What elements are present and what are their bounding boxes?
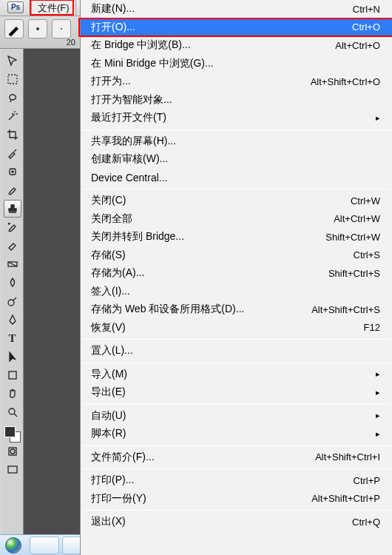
svg-rect-4 [9, 371, 16, 379]
menu-item[interactable]: 存储为(A)...Shift+Ctrl+S [81, 264, 392, 283]
menu-item[interactable]: 文件简介(F)...Alt+Shift+Ctrl+I [81, 448, 392, 467]
menu-item[interactable]: 打印(P)...Ctrl+P [81, 471, 392, 490]
menu-item[interactable]: 自动(U) [81, 407, 392, 426]
brush-size-value: 20 [67, 38, 75, 47]
menu-item-label: 存储为(A)... [91, 266, 328, 280]
menu-item[interactable]: 创建新审核(W)... [81, 150, 392, 169]
menu-item-label: 打印一份(Y) [91, 492, 311, 505]
menu-item-label: 最近打开文件(T) [91, 111, 370, 124]
menu-item-accel: Ctrl+S [354, 249, 380, 260]
tool-gradient[interactable] [4, 255, 21, 273]
brush-settings[interactable] [52, 19, 71, 38]
menu-item-label: 新建(N)... [91, 2, 353, 16]
menu-item-label: 打开(O)... [91, 21, 352, 34]
tool-stamp[interactable] [4, 200, 21, 218]
menu-item[interactable]: 导入(M) [81, 366, 392, 384]
menu-item-accel: Ctrl+P [354, 475, 380, 486]
menu-item[interactable]: 在 Mini Bridge 中浏览(G)... [81, 55, 392, 73]
menu-separator [82, 130, 391, 130]
menu-item-label: 签入(I)... [91, 285, 380, 298]
tool-history-brush[interactable] [4, 218, 21, 236]
menu-item[interactable]: 存储为 Web 和设备所用格式(D)...Alt+Shift+Ctrl+S [81, 300, 392, 319]
tool-shape[interactable] [4, 366, 21, 384]
menu-item-label: 关闭全部 [91, 212, 334, 226]
menu-item-accel: Alt+Shift+Ctrl+I [315, 451, 380, 462]
tool-pen[interactable] [4, 311, 21, 329]
menu-item[interactable]: 导出(E) [81, 383, 392, 402]
menu-item[interactable]: 打印一份(Y)Alt+Shift+Ctrl+P [81, 490, 392, 508]
tool-healing[interactable] [4, 163, 21, 181]
screen-mode-icon[interactable] [4, 461, 21, 479]
svg-point-5 [9, 408, 15, 414]
menu-separator [82, 510, 391, 511]
menu-item[interactable]: 退出(X)Ctrl+Q [81, 513, 392, 531]
menu-item[interactable]: 打开(O)...Ctrl+O [81, 18, 392, 37]
tool-move[interactable] [4, 52, 21, 70]
menu-separator [82, 468, 391, 469]
menu-item-label: 在 Bridge 中浏览(B)... [91, 38, 335, 52]
menu-item[interactable]: 共享我的屏幕(H)... [81, 132, 392, 151]
menu-item-label: 关闭并转到 Bridge... [91, 230, 325, 243]
menu-separator [82, 445, 391, 446]
taskbar-item[interactable] [30, 536, 59, 554]
menu-separator [82, 189, 391, 189]
menu-item[interactable]: 脚本(R) [81, 425, 392, 443]
menu-item-label: 关闭(C) [91, 194, 351, 207]
menu-item[interactable]: 打开为智能对象... [81, 91, 392, 110]
menu-item[interactable]: 恢复(V)F12 [81, 319, 392, 337]
menu-item-accel: Shift+Ctrl+S [328, 268, 380, 279]
tool-eyedropper[interactable] [4, 144, 21, 162]
tool-wand[interactable] [4, 107, 21, 125]
tool-dodge[interactable] [4, 292, 21, 310]
quick-mask-icon[interactable] [4, 443, 21, 460]
menu-item-label: 创建新审核(W)... [91, 152, 380, 166]
tool-marquee[interactable] [4, 70, 21, 88]
menu-item-label: 打印(P)... [91, 474, 354, 487]
menu-item-label: 退出(X) [91, 515, 352, 528]
menu-item-label: 打开为... [91, 75, 311, 88]
svg-rect-0 [8, 75, 17, 84]
color-swatch[interactable] [4, 426, 21, 443]
menu-item-accel: Ctrl+W [351, 195, 380, 206]
menu-item-label: 自动(U) [91, 409, 370, 423]
menu-item-label: 置入(L)... [91, 344, 380, 357]
menu-item-label: Device Central... [91, 172, 380, 184]
tool-crop[interactable] [4, 126, 21, 144]
menu-item-label: 导入(M) [91, 368, 370, 381]
menu-item-accel: Shift+Ctrl+W [325, 232, 380, 243]
menu-separator [82, 404, 391, 405]
menu-item[interactable]: 最近打开文件(T) [81, 109, 392, 127]
tool-hand[interactable] [4, 385, 21, 403]
menu-item-label: 存储(S) [91, 249, 354, 262]
menu-item[interactable]: 关闭全部Alt+Ctrl+W [81, 210, 392, 229]
menu-item[interactable]: 关闭(C)Ctrl+W [81, 192, 392, 210]
menu-item-accel: Alt+Shift+Ctrl+P [311, 493, 380, 504]
menu-item-label: 打开为智能对象... [91, 93, 380, 107]
menu-item-accel: F12 [364, 322, 380, 333]
tool-brush[interactable] [4, 181, 21, 199]
menu-item-accel: Ctrl+O [352, 21, 380, 33]
menu-item[interactable]: 置入(L)... [81, 342, 392, 360]
tool-path-select[interactable] [4, 348, 21, 366]
tool-eraser[interactable] [4, 237, 21, 255]
menu-item[interactable]: 签入(I)... [81, 283, 392, 301]
tool-type[interactable]: T [4, 329, 21, 347]
tool-zoom[interactable] [4, 403, 21, 421]
menu-item[interactable]: 新建(N)...Ctrl+N [81, 0, 392, 18]
file-menu-dropdown: 新建(N)...Ctrl+N打开(O)...Ctrl+O在 Bridge 中浏览… [80, 0, 392, 555]
menu-item[interactable]: 存储(S)Ctrl+S [81, 246, 392, 265]
svg-point-7 [10, 449, 15, 454]
menu-item-label: 共享我的屏幕(H)... [91, 135, 380, 148]
menu-item-accel: Alt+Shift+Ctrl+O [311, 76, 380, 87]
tool-blur[interactable] [4, 274, 21, 292]
menu-item[interactable]: 关闭并转到 Bridge...Shift+Ctrl+W [81, 228, 392, 246]
menu-item[interactable]: Device Central... [81, 169, 392, 187]
menu-item-accel: Ctrl+N [353, 4, 380, 15]
menu-item[interactable]: 打开为...Alt+Shift+Ctrl+O [81, 73, 392, 91]
tool-lasso[interactable] [4, 89, 21, 107]
menu-item[interactable]: 在 Bridge 中浏览(B)...Alt+Ctrl+O [81, 36, 392, 55]
start-button[interactable] [0, 535, 27, 556]
brush-preview[interactable] [28, 19, 47, 38]
brush-preset-picker[interactable] [4, 19, 24, 38]
file-menu-button[interactable]: 文件(F) [31, 0, 76, 16]
